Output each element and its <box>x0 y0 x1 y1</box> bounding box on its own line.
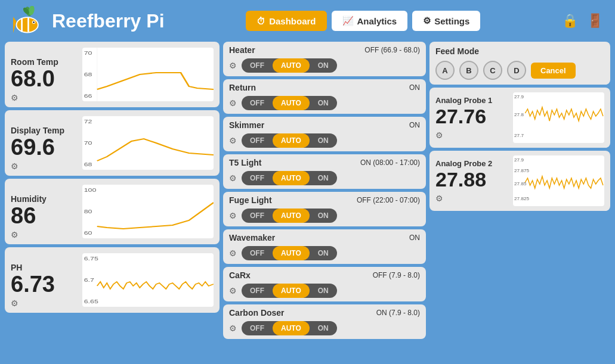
header-left: Reefberry Pi <box>12 6 165 36</box>
carbondoser-gear-icon[interactable]: ⚙ <box>229 323 237 333</box>
wavemaker-controls: ⚙ OFF AUTO ON <box>229 246 420 260</box>
return-card: Return ON ⚙ OFF AUTO ON <box>223 79 426 114</box>
tab-settings[interactable]: ⚙ Settings <box>412 11 480 31</box>
dashboard-icon: ⏱ <box>256 16 265 26</box>
t5light-off-btn[interactable]: OFF <box>242 171 273 185</box>
carx-on-btn[interactable]: ON <box>310 284 337 298</box>
svg-text:100: 100 <box>84 187 97 193</box>
room-temp-info: Room Temp 68.0 <box>11 57 82 92</box>
carx-label: CaRx <box>229 270 251 280</box>
feed-btn-b[interactable]: B <box>459 61 478 80</box>
return-off-btn[interactable]: OFF <box>242 96 273 110</box>
probe1-label: Analog Probe 1 <box>435 96 513 105</box>
heater-off-btn[interactable]: OFF <box>242 58 273 73</box>
feed-cancel-btn[interactable]: Cancel <box>531 63 576 79</box>
carbondoser-status: ON (7.9 - 8.0) <box>376 309 420 317</box>
skimmer-on-btn[interactable]: ON <box>310 133 337 148</box>
heater-controls: ⚙ OFF AUTO ON <box>229 58 420 73</box>
skimmer-gear-icon[interactable]: ⚙ <box>229 136 237 145</box>
fugelight-gear-icon[interactable]: ⚙ <box>229 211 237 220</box>
humidity-info: Humidity 86 <box>11 194 82 229</box>
wavemaker-label: Wavemaker <box>229 233 275 242</box>
probe2-card: Analog Probe 2 27.88 ⚙ 27.9 27.875 27.85… <box>429 151 610 211</box>
tab-settings-label: Settings <box>434 16 469 26</box>
fugelight-off-btn[interactable]: OFF <box>242 209 273 223</box>
probe2-gear-icon[interactable]: ⚙ <box>435 194 513 203</box>
svg-text:27.825: 27.825 <box>514 196 529 201</box>
skimmer-controls: ⚙ OFF AUTO ON <box>229 133 420 148</box>
carbondoser-header: Carbon Doser ON (7.9 - 8.0) <box>229 308 420 318</box>
return-on-btn[interactable]: ON <box>310 96 337 110</box>
room-temp-gear-icon[interactable]: ⚙ <box>11 93 18 102</box>
svg-text:27.9: 27.9 <box>514 94 524 99</box>
tab-analytics-label: Analytics <box>357 16 397 26</box>
return-header: Return ON <box>229 83 420 92</box>
t5light-label: T5 Light <box>229 158 261 167</box>
feed-btn-d[interactable]: D <box>507 61 526 80</box>
carbondoser-label: Carbon Doser <box>229 308 285 318</box>
probe2-value: 27.88 <box>435 168 513 191</box>
humidity-chart: 100 80 60 <box>82 185 214 238</box>
return-label: Return <box>229 83 256 92</box>
carbondoser-off-btn[interactable]: OFF <box>242 321 273 335</box>
room-temp-value: 68.0 <box>11 67 82 92</box>
nav-tabs: ⏱ Dashboard 📈 Analytics ⚙ Settings <box>246 11 480 31</box>
return-status: ON <box>409 83 420 92</box>
wavemaker-off-btn[interactable]: OFF <box>242 246 273 260</box>
svg-text:66: 66 <box>84 93 92 99</box>
display-temp-gear-icon[interactable]: ⚙ <box>11 161 18 171</box>
heater-card: Heater OFF (66.9 - 68.0) ⚙ OFF AUTO ON <box>223 42 426 76</box>
humidity-gear-icon[interactable]: ⚙ <box>11 230 18 239</box>
wavemaker-auto-btn[interactable]: AUTO <box>273 246 310 260</box>
feed-btn-a[interactable]: A <box>435 61 455 80</box>
skimmer-off-btn[interactable]: OFF <box>242 133 273 148</box>
carx-off-btn[interactable]: OFF <box>242 284 273 298</box>
probe1-gear-icon[interactable]: ⚙ <box>435 130 513 140</box>
carx-toggle: OFF AUTO ON <box>242 284 337 298</box>
heater-gear-icon[interactable]: ⚙ <box>229 61 237 70</box>
probe2-chart: 27.9 27.875 27.85 27.825 <box>513 155 604 206</box>
ph-value: 6.73 <box>11 272 82 297</box>
return-controls: ⚙ OFF AUTO ON <box>229 96 420 110</box>
carx-gear-icon[interactable]: ⚙ <box>229 286 237 295</box>
t5light-on-btn[interactable]: ON <box>310 171 337 185</box>
logout-icon[interactable]: 🚪 <box>587 13 603 29</box>
carbondoser-card: Carbon Doser ON (7.9 - 8.0) ⚙ OFF AUTO O… <box>223 304 426 339</box>
heater-on-btn[interactable]: ON <box>310 58 337 73</box>
carx-status: OFF (7.9 - 8.0) <box>373 271 420 279</box>
wavemaker-on-btn[interactable]: ON <box>310 246 337 260</box>
t5light-gear-icon[interactable]: ⚙ <box>229 173 237 183</box>
svg-text:70: 70 <box>84 50 92 56</box>
skimmer-auto-btn[interactable]: AUTO <box>273 133 310 148</box>
carbondoser-auto-btn[interactable]: AUTO <box>273 321 310 335</box>
display-temp-card: Display Temp 69.6 72 70 68 ⚙ <box>5 110 220 176</box>
humidity-card: Humidity 86 100 80 60 ⚙ <box>5 179 220 244</box>
display-temp-chart: 72 70 68 <box>82 116 214 170</box>
tab-dashboard[interactable]: ⏱ Dashboard <box>246 11 326 31</box>
probe1-card: Analog Probe 1 27.76 ⚙ 27.9 27.8 27.7 <box>429 88 610 148</box>
svg-point-5 <box>33 21 35 23</box>
feed-btn-c[interactable]: C <box>483 61 502 80</box>
room-temp-card: Room Temp 68.0 70 68 66 ⚙ <box>5 42 220 107</box>
heater-header: Heater OFF (66.9 - 68.0) <box>229 45 420 55</box>
t5light-auto-btn[interactable]: AUTO <box>273 171 310 185</box>
room-temp-label: Room Temp <box>11 57 82 67</box>
fugelight-auto-btn[interactable]: AUTO <box>273 209 310 223</box>
return-gear-icon[interactable]: ⚙ <box>229 98 237 108</box>
heater-status: OFF (66.9 - 68.0) <box>364 46 420 54</box>
lock-icon[interactable]: 🔒 <box>562 13 578 29</box>
ph-info: PH 6.73 <box>11 263 82 297</box>
carbondoser-toggle: OFF AUTO ON <box>242 321 337 335</box>
tab-dashboard-label: Dashboard <box>269 16 316 26</box>
svg-text:70: 70 <box>84 140 92 146</box>
carx-auto-btn[interactable]: AUTO <box>273 284 310 298</box>
ph-gear-icon[interactable]: ⚙ <box>11 298 18 308</box>
tab-analytics[interactable]: 📈 Analytics <box>332 11 408 31</box>
svg-text:6.75: 6.75 <box>84 256 98 262</box>
fugelight-on-btn[interactable]: ON <box>310 209 337 223</box>
carx-card: CaRx OFF (7.9 - 8.0) ⚙ OFF AUTO ON <box>223 267 426 301</box>
wavemaker-gear-icon[interactable]: ⚙ <box>229 248 237 258</box>
carbondoser-on-btn[interactable]: ON <box>310 321 337 335</box>
heater-auto-btn[interactable]: AUTO <box>273 58 310 73</box>
return-auto-btn[interactable]: AUTO <box>273 96 310 110</box>
